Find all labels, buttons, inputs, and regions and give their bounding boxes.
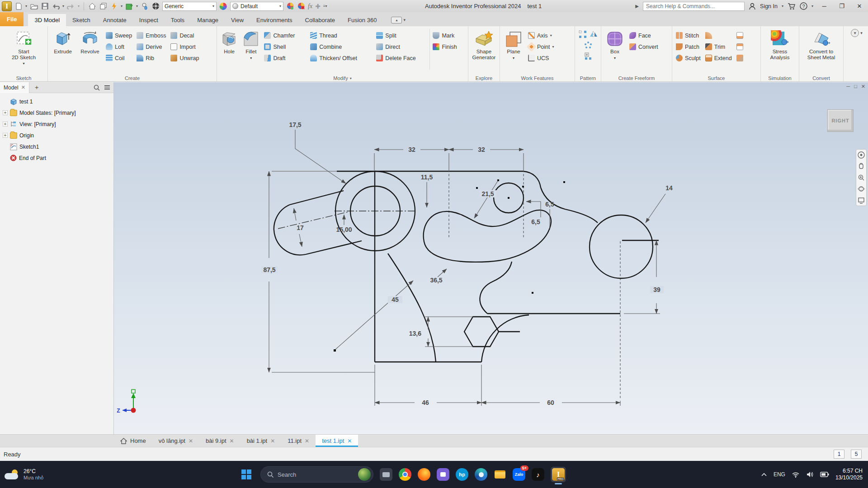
language-indicator[interactable]: ENG [774, 471, 785, 478]
adjust-appearance-icon[interactable] [286, 2, 294, 10]
task-view-icon[interactable] [380, 468, 392, 481]
sculpt-button[interactable]: Sculpt [674, 52, 703, 64]
start-2d-sketch-button[interactable]: Start 2D Sketch ▾ [11, 29, 37, 67]
parameters-fx-button[interactable]: fx [308, 3, 312, 10]
material-box-icon[interactable] [125, 2, 133, 10]
expand-icon[interactable]: + [3, 133, 8, 138]
new-file-caret[interactable]: ▾ [25, 4, 27, 8]
copy-paste-icon[interactable] [99, 2, 107, 10]
emboss-button[interactable]: Emboss [135, 30, 168, 41]
browser-tab-close-icon[interactable]: ✕ [21, 84, 25, 90]
axis-button[interactable]: Axis▾ [526, 30, 556, 41]
delete-face-button[interactable]: Delete Face [374, 52, 429, 64]
close-tab-icon[interactable]: ✕ [347, 438, 352, 444]
tab-manage[interactable]: Manage [191, 14, 225, 26]
close-button[interactable]: ✕ [853, 0, 866, 12]
replace-face-button[interactable] [735, 30, 745, 41]
decal-button[interactable]: Decal [169, 30, 201, 41]
open-icon[interactable] [30, 2, 38, 10]
chamfer-button[interactable]: Chamfer [262, 30, 307, 41]
panel-label-modify[interactable]: Modify [333, 75, 348, 81]
expand-icon[interactable]: + [3, 110, 8, 115]
tab-collaborate[interactable]: Collaborate [299, 14, 342, 26]
doc-tab-test-1[interactable]: test 1.ipt✕ [316, 435, 358, 447]
expand-icon[interactable]: + [3, 122, 8, 127]
help-icon[interactable]: ? [800, 2, 807, 10]
sign-in-button[interactable]: Sign In [760, 3, 778, 9]
render-wheel-icon[interactable] [151, 2, 160, 10]
close-tab-icon[interactable]: ✕ [189, 438, 193, 444]
coil-button[interactable]: Coil [104, 52, 134, 64]
cart-icon[interactable] [788, 3, 796, 10]
dimension-texts[interactable]: 17,5 32 32 11,5 21,5 6,5 6,5 14 87,5 17 … [263, 121, 673, 406]
plane-button[interactable]: Plane▾ [502, 29, 525, 61]
import-button[interactable]: Import [169, 41, 201, 52]
graphics-window[interactable]: ─□✕ RIGHT [114, 82, 868, 434]
point-button[interactable]: Point▾ [526, 41, 556, 52]
help-caret[interactable]: ▾ [811, 4, 813, 8]
derive-button[interactable]: Derive [135, 41, 168, 52]
plus-button[interactable]: ✚ [315, 3, 321, 10]
measure-caret[interactable]: ▾ [121, 4, 123, 8]
patch-button[interactable]: Patch [674, 41, 703, 52]
tab-fusion-360[interactable]: Fusion 360 [341, 14, 383, 26]
taskbar-search[interactable]: Search [260, 466, 373, 483]
appearance-dropdown[interactable]: Default ▾ [230, 2, 283, 11]
sign-in-caret[interactable]: ▾ [782, 4, 783, 8]
iproperties-icon[interactable] [141, 2, 149, 10]
stress-analysis-button[interactable]: StressAnalysis [764, 29, 796, 60]
look-at-icon[interactable] [858, 197, 865, 204]
tab-tools[interactable]: Tools [165, 14, 191, 26]
copy-surface-button[interactable] [735, 52, 745, 64]
tab-annotate[interactable]: Annotate [97, 14, 133, 26]
viewcube[interactable]: RIGHT [827, 109, 854, 132]
ucs-button[interactable]: UCS [526, 52, 556, 64]
rib-button[interactable]: Rib [135, 52, 168, 64]
mark-button[interactable]: Mark [431, 30, 466, 41]
shell-button[interactable]: Shell [262, 41, 307, 52]
measure-bolt-icon[interactable] [110, 2, 118, 10]
close-tab-icon[interactable]: ✕ [230, 438, 234, 444]
start-button[interactable] [239, 467, 254, 482]
tree-item-sketch1[interactable]: Sketch1 [3, 141, 113, 152]
home-icon[interactable] [88, 2, 96, 10]
mirror-button[interactable] [588, 29, 599, 40]
browser-search-icon[interactable] [94, 84, 100, 91]
thread-button[interactable]: Thread [308, 30, 373, 41]
navigation-bar[interactable] [856, 149, 867, 206]
tree-item-end-of-part[interactable]: End of Part [3, 152, 113, 164]
navigation-wheel-icon[interactable] [858, 151, 865, 159]
taskbar-clock[interactable]: 6:57 CH 13/10/2025 [835, 468, 863, 481]
extend-button[interactable]: Extend [703, 52, 734, 64]
doc-tab-bai-9[interactable]: bài 9.ipt✕ [199, 435, 241, 447]
inventor-taskbar-icon[interactable]: IPRO [551, 467, 566, 482]
combine-button[interactable]: Combine [308, 41, 373, 52]
hp-icon[interactable]: hp [456, 468, 468, 481]
tree-item-view[interactable]: + View: [Primary] [3, 118, 113, 130]
freeform-box-button[interactable]: Box▾ [603, 29, 627, 61]
sketch-driven-pattern-button[interactable] [583, 51, 594, 61]
shape-generator-button[interactable]: ShapeGenerator [470, 29, 498, 60]
delete-surface-button[interactable] [735, 41, 745, 52]
rectangular-pattern-button[interactable] [577, 29, 588, 40]
zoom-icon[interactable] [858, 174, 865, 181]
ribbon-display-control[interactable]: ▲▾ [391, 16, 406, 24]
tiktok-icon[interactable]: ♪ [532, 468, 544, 481]
material-caret[interactable]: ▾ [136, 4, 138, 8]
close-tab-icon[interactable]: ✕ [305, 438, 309, 444]
tab-file[interactable]: File [0, 12, 24, 26]
tab-environments[interactable]: Environments [250, 14, 298, 26]
tab-inspect[interactable]: Inspect [133, 14, 165, 26]
draft-button[interactable]: Draft [262, 52, 307, 64]
trim-button[interactable]: Trim [703, 41, 734, 52]
fillet-button[interactable]: Fillet▾ [241, 29, 261, 61]
help-search-input[interactable] [643, 2, 745, 11]
doc-tab-home[interactable]: Home [114, 435, 152, 447]
sketch-drawing[interactable]: 17,5 32 32 11,5 21,5 6,5 6,5 14 87,5 17 … [114, 82, 868, 434]
tab-3d-model[interactable]: 3D Model [28, 14, 66, 26]
undo-icon[interactable] [52, 2, 60, 10]
sweep-button[interactable]: Sweep [104, 30, 134, 41]
chrome-icon[interactable] [399, 468, 411, 481]
doc-tab-bai-1[interactable]: bài 1.ipt✕ [241, 435, 282, 447]
minimize-button[interactable]: ─ [817, 0, 831, 12]
